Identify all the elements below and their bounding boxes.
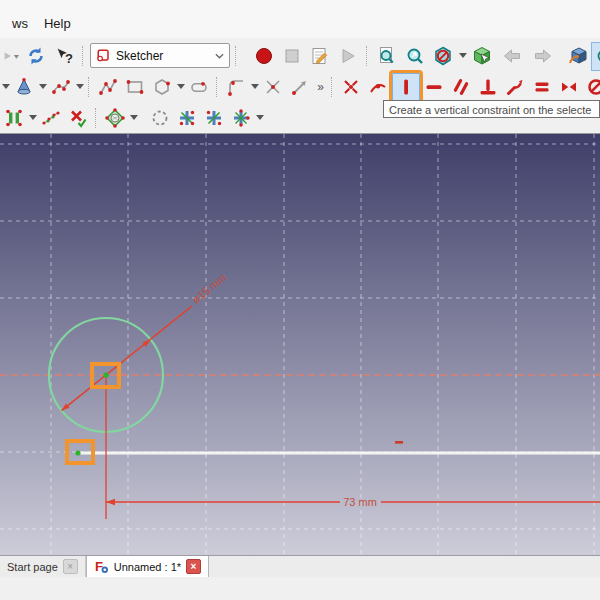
tab-unnamed-label: Unnamed : 1* <box>114 561 181 573</box>
back-arrow-icon <box>502 46 522 66</box>
constraint-point-on-object-button[interactable] <box>365 74 391 100</box>
create-slot-button[interactable] <box>186 74 212 100</box>
macro-record-button[interactable] <box>251 43 277 69</box>
distance-dimension-label[interactable]: 73 mm <box>343 496 377 508</box>
constraint-block-button[interactable] <box>583 74 600 100</box>
menu-item-help[interactable]: Help <box>36 14 79 33</box>
sketch-canvas[interactable]: ø15 mm 73 mm <box>0 134 600 555</box>
dropdown-arrow-icon <box>2 84 10 89</box>
chevron-down-icon <box>215 53 224 59</box>
toolbar-row-sketcher: » <box>0 71 600 102</box>
3d-viewport[interactable]: ø15 mm 73 mm <box>0 133 600 555</box>
constraint-horizontal-button[interactable] <box>421 74 447 100</box>
tab-unnamed-document[interactable]: F Unnamed : 1* × <box>86 556 209 577</box>
macro-edit-button[interactable] <box>307 43 333 69</box>
green-cube-select-icon <box>472 46 492 66</box>
selection-view-button[interactable] <box>469 43 495 69</box>
cutoff-dropdown[interactable] <box>1 74 10 100</box>
viewport-background <box>0 134 600 555</box>
constraint-vertical-button[interactable] <box>393 74 419 100</box>
draw-style-dropdown[interactable] <box>458 43 467 69</box>
polygon-dropdown[interactable] <box>176 74 185 100</box>
dropdown-arrow-icon <box>130 115 138 120</box>
toolbar-separator <box>82 46 85 66</box>
toggle-driving-constraint-button[interactable] <box>65 105 91 131</box>
fillet-button[interactable] <box>223 74 249 100</box>
line-endpoint[interactable] <box>75 450 80 455</box>
toolbar-overflow-button[interactable]: » <box>314 74 327 100</box>
select-constraints-button[interactable] <box>38 105 64 131</box>
macro-play-button[interactable] <box>335 43 361 69</box>
workbench-selector[interactable]: Sketcher <box>90 43 230 68</box>
bspline-dropdown[interactable] <box>75 74 84 100</box>
parallel-constraint-icon <box>451 77 471 97</box>
trim-edge-button[interactable] <box>260 74 286 100</box>
constraint-symmetric-button[interactable] <box>556 74 582 100</box>
tab-start-page[interactable]: Start page × <box>0 556 86 577</box>
close-icon[interactable]: × <box>186 559 201 574</box>
zoom-selection-button[interactable] <box>402 43 428 69</box>
refresh-icon <box>26 46 46 66</box>
toolbar-row-file-view: ? Sketcher <box>0 40 600 71</box>
axonometric-cube-icon <box>568 46 588 66</box>
bspline-polygon-icon <box>105 108 125 128</box>
fit-all-button[interactable] <box>374 43 400 69</box>
toggle-constraints-button[interactable] <box>1 105 27 131</box>
pole-weight-dropdown[interactable] <box>255 105 264 131</box>
whats-this-icon: ? <box>54 46 74 66</box>
magnifier-icon <box>595 47 600 67</box>
construction-mode-button[interactable] <box>147 105 173 131</box>
vertical-constraint-icon <box>396 77 416 97</box>
close-icon[interactable]: × <box>63 559 78 574</box>
menu-item-windows[interactable]: ws <box>4 14 36 33</box>
dropdown-arrow-icon <box>76 84 84 89</box>
whats-this-button[interactable]: ? <box>51 43 77 69</box>
constraint-perpendicular-button[interactable] <box>475 74 501 100</box>
macro-stop-button[interactable] <box>279 43 305 69</box>
play-icon <box>338 46 358 66</box>
create-conic-button[interactable] <box>11 74 37 100</box>
tangent-constraint-icon <box>505 77 525 97</box>
nav-forward-button[interactable] <box>528 43 557 69</box>
bspline-pole-weight-button[interactable] <box>228 105 254 131</box>
toggle-constraints-dropdown[interactable] <box>28 105 37 131</box>
freecad-document-icon: F <box>94 559 109 574</box>
draw-style-button[interactable] <box>430 43 456 69</box>
constraint-equal-button[interactable] <box>529 74 555 100</box>
bspline-degree-button[interactable] <box>174 105 200 131</box>
zoom-selection-icon <box>405 46 425 66</box>
status-bar <box>0 577 600 600</box>
constraint-tangent-button[interactable] <box>502 74 528 100</box>
bspline-information-button[interactable] <box>102 105 128 131</box>
create-polyline-button[interactable] <box>95 74 121 100</box>
svg-text:F: F <box>95 559 103 574</box>
active-zoom-tool-button[interactable] <box>591 42 600 71</box>
toolbar-separator <box>95 108 98 128</box>
extend-edge-button[interactable] <box>287 74 313 100</box>
create-rectangle-button[interactable] <box>122 74 148 100</box>
conic-dropdown[interactable] <box>38 74 47 100</box>
refresh-button[interactable] <box>23 43 49 69</box>
dropdown-arrow-icon <box>29 115 37 120</box>
nav-back-button[interactable] <box>497 43 526 69</box>
bspline-knot-multiplicity-button[interactable] <box>201 105 227 131</box>
axonometric-view-button[interactable] <box>565 43 591 69</box>
tab-start-page-label: Start page <box>7 561 58 573</box>
dropdown-arrow-icon <box>459 53 467 58</box>
tooltip: Create a vertical constraint on the sele… <box>383 100 600 118</box>
constraint-elements-icon <box>41 108 61 128</box>
circle-center-point[interactable] <box>103 372 108 377</box>
toggle-constraints-icon <box>4 108 24 128</box>
cutoff-toolbutton-icon[interactable] <box>1 43 21 69</box>
toolbar-separator <box>88 77 91 97</box>
constraint-coincident-button[interactable] <box>338 74 364 100</box>
bspline-information-dropdown[interactable] <box>129 105 138 131</box>
constraint-parallel-button[interactable] <box>448 74 474 100</box>
rectangle-icon <box>125 77 145 97</box>
create-bspline-button[interactable] <box>48 74 74 100</box>
workbench-selector-value: Sketcher <box>116 49 210 63</box>
fillet-dropdown[interactable] <box>250 74 259 100</box>
forward-arrow-icon <box>533 46 553 66</box>
horizontal-constraint-icon <box>424 77 444 97</box>
create-polygon-button[interactable] <box>149 74 175 100</box>
